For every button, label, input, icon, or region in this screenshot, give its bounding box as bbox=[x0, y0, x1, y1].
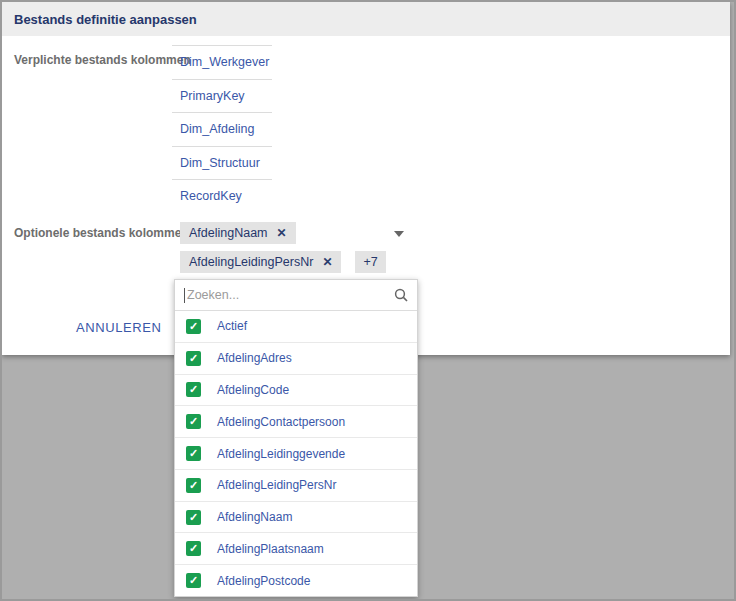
option-label: AfdelingAdres bbox=[217, 351, 292, 365]
optional-columns-select[interactable]: AfdelingNaam ✕ AfdelingLeidingPersNr ✕ +… bbox=[172, 222, 412, 280]
option-row[interactable]: ✓ AfdelingNaam bbox=[175, 501, 417, 533]
application-window: Bestands definitie aanpassen Verplichte … bbox=[0, 0, 736, 601]
option-label: AfdelingLeidingPersNr bbox=[217, 478, 336, 492]
option-row[interactable]: ✓ AfdelingCode bbox=[175, 374, 417, 406]
cancel-button[interactable]: ANNULEREN bbox=[64, 312, 174, 343]
option-row[interactable]: ✓ AfdelingLeidingPersNr bbox=[175, 469, 417, 501]
dropdown-options-list: ✓ Actief ✓ AfdelingAdres ✓ AfdelingCode … bbox=[175, 311, 417, 596]
required-column-value: Dim_Structuur bbox=[172, 146, 272, 180]
selected-column-chip[interactable]: AfdelingNaam ✕ bbox=[180, 222, 296, 244]
required-column-value: PrimaryKey bbox=[172, 79, 272, 113]
chip-remove-icon[interactable]: ✕ bbox=[277, 226, 287, 240]
option-label: AfdelingPlaatsnaam bbox=[217, 542, 324, 556]
checkbox-checked-icon[interactable]: ✓ bbox=[186, 573, 201, 588]
required-columns-list: Dim_Werkgever PrimaryKey Dim_Afdeling Di… bbox=[172, 45, 272, 213]
checkbox-checked-icon[interactable]: ✓ bbox=[186, 478, 201, 493]
overflow-count-badge[interactable]: +7 bbox=[355, 251, 385, 273]
selected-chip-row: AfdelingNaam ✕ bbox=[172, 222, 412, 244]
optional-columns-label: Optionele bestands kolommen bbox=[14, 226, 189, 240]
checkbox-checked-icon[interactable]: ✓ bbox=[186, 351, 201, 366]
option-label: AfdelingCode bbox=[217, 383, 289, 397]
checkbox-checked-icon[interactable]: ✓ bbox=[186, 319, 201, 334]
search-input[interactable] bbox=[187, 288, 388, 302]
option-row[interactable]: ✓ AfdelingAdres bbox=[175, 342, 417, 374]
selected-column-chip[interactable]: AfdelingLeidingPersNr ✕ bbox=[180, 251, 341, 273]
checkbox-checked-icon[interactable]: ✓ bbox=[186, 541, 201, 556]
required-column-value: Dim_Werkgever bbox=[172, 45, 272, 79]
checkbox-checked-icon[interactable]: ✓ bbox=[186, 414, 201, 429]
option-label: AfdelingContactpersoon bbox=[217, 415, 345, 429]
required-columns-label: Verplichte bestands kolommen bbox=[14, 53, 191, 67]
option-label: Actief bbox=[217, 319, 247, 333]
checkbox-checked-icon[interactable]: ✓ bbox=[186, 446, 201, 461]
option-row[interactable]: ✓ Actief bbox=[175, 311, 417, 342]
option-row[interactable]: ✓ AfdelingPlaatsnaam bbox=[175, 532, 417, 564]
required-column-value: RecordKey bbox=[172, 179, 272, 213]
checkbox-checked-icon[interactable]: ✓ bbox=[186, 382, 201, 397]
text-cursor bbox=[184, 288, 185, 303]
selected-chip-row: AfdelingLeidingPersNr ✕ +7 bbox=[172, 251, 412, 273]
option-label: AfdelingPostcode bbox=[217, 574, 310, 588]
option-row[interactable]: ✓ AfdelingPostcode bbox=[175, 564, 417, 596]
option-row[interactable]: ✓ AfdelingContactpersoon bbox=[175, 405, 417, 437]
search-icon bbox=[394, 288, 408, 302]
dialog-header: Bestands definitie aanpassen bbox=[2, 2, 730, 36]
checkbox-checked-icon[interactable]: ✓ bbox=[186, 510, 201, 525]
dropdown-search-row bbox=[175, 280, 417, 311]
chip-label: AfdelingNaam bbox=[189, 226, 268, 240]
optional-columns-dropdown: ✓ Actief ✓ AfdelingAdres ✓ AfdelingCode … bbox=[174, 279, 418, 597]
dialog-title: Bestands definitie aanpassen bbox=[14, 12, 197, 27]
chevron-down-icon[interactable] bbox=[394, 231, 404, 237]
chip-label: AfdelingLeidingPersNr bbox=[189, 255, 313, 269]
option-label: AfdelingLeidinggevende bbox=[217, 447, 345, 461]
option-label: AfdelingNaam bbox=[217, 510, 292, 524]
required-column-value: Dim_Afdeling bbox=[172, 112, 272, 146]
option-row[interactable]: ✓ AfdelingLeidinggevende bbox=[175, 437, 417, 469]
chip-remove-icon[interactable]: ✕ bbox=[322, 255, 332, 269]
